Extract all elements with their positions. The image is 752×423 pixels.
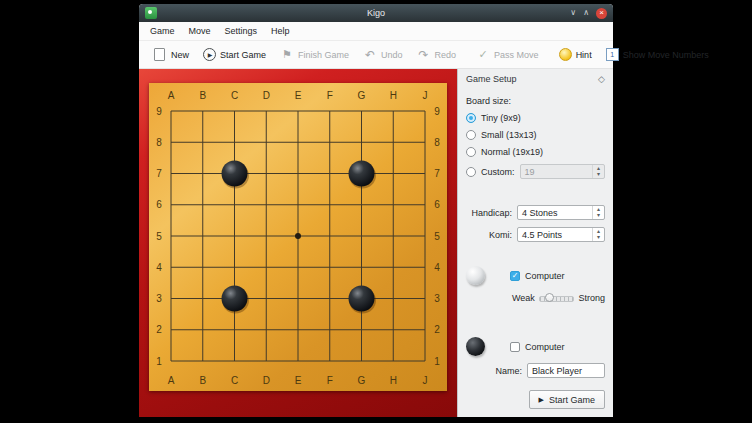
start-game-button[interactable]: ▶ Start Game	[529, 390, 605, 409]
komi-spinbox[interactable]: 4.5 Points ▴▾	[517, 227, 605, 242]
toolbar-label: Show Move Numbers	[623, 50, 709, 60]
toolbar-label: Undo	[381, 50, 403, 60]
row-label-left: 6	[156, 199, 162, 210]
board-size-option-small-13x13-[interactable]: Small (13x13)	[466, 130, 605, 140]
hoshi-point	[295, 233, 301, 239]
float-panel-icon[interactable]: ◇	[598, 74, 605, 84]
radio-icon[interactable]	[466, 167, 476, 177]
toolbar-hint[interactable]: Hint	[552, 43, 599, 66]
toolbar-label: Start Game	[220, 50, 266, 60]
toolbar: NewStart GameFinish GameUndoRedoPass Mov…	[139, 41, 613, 69]
row-label-left: 2	[156, 324, 162, 335]
column-label-bottom: H	[390, 375, 397, 386]
column-label-bottom: F	[327, 375, 333, 386]
black-name-input[interactable]	[527, 363, 605, 378]
black-player-row: Computer	[466, 337, 605, 356]
radio-label: Tiny (9x9)	[481, 113, 521, 123]
menu-help[interactable]: Help	[264, 24, 297, 38]
radio-icon[interactable]	[466, 113, 476, 123]
black-stone[interactable]	[349, 161, 375, 187]
main-content: AABBCCDDEEFFGGHHJJ998877665544332211 Gam…	[139, 69, 613, 417]
toolbar-undo: Undo	[356, 43, 410, 66]
column-label-top: C	[231, 90, 238, 101]
window-title: Kigo	[139, 8, 613, 18]
toolbar-new[interactable]: New	[145, 43, 196, 66]
black-stone[interactable]	[222, 286, 248, 312]
black-stone-icon	[466, 337, 485, 356]
toolbar-show-move-numbers[interactable]: Show Move Numbers	[599, 43, 716, 66]
flag-icon	[280, 48, 294, 62]
toolbar-label: Pass Move	[494, 50, 539, 60]
column-label-bottom: E	[295, 375, 302, 386]
toolbar-start-game[interactable]: Start Game	[196, 43, 273, 66]
row-label-right: 7	[434, 168, 440, 179]
radio-icon[interactable]	[466, 130, 476, 140]
black-computer-checkbox[interactable]	[510, 342, 520, 352]
board-size-options: Tiny (9x9)Small (13x13)Normal (19x19)Cus…	[466, 113, 605, 179]
spin-buttons[interactable]: ▴▾	[592, 206, 604, 219]
weak-label: Weak	[512, 293, 535, 303]
black-stone[interactable]	[349, 286, 375, 312]
game-setup-panel: Game Setup ◇ Board size: Tiny (9x9)Small…	[457, 69, 613, 417]
go-board-area: AABBCCDDEEFFGGHHJJ998877665544332211	[139, 69, 457, 417]
board-size-option-tiny-9x9-[interactable]: Tiny (9x9)	[466, 113, 605, 123]
radio-label: Custom:	[481, 167, 515, 177]
minimize-icon[interactable]: ∨	[570, 9, 576, 17]
redo-icon	[417, 48, 431, 62]
radio-label: Normal (19x19)	[481, 147, 543, 157]
spin-buttons: ▴▾	[592, 165, 604, 178]
menu-settings[interactable]: Settings	[218, 24, 265, 38]
column-label-top: A	[168, 90, 175, 101]
column-label-bottom: C	[231, 375, 238, 386]
start-game-label: Start Game	[549, 395, 595, 405]
menubar: GameMoveSettingsHelp	[139, 22, 613, 41]
toolbar-redo: Redo	[410, 43, 464, 66]
panel-title: Game Setup	[466, 74, 517, 84]
maximize-icon[interactable]: ∧	[583, 9, 589, 17]
white-computer-checkbox[interactable]: ✓	[510, 271, 520, 281]
strength-slider[interactable]	[539, 293, 575, 303]
board-size-option-custom-[interactable]: Custom:19▴▾	[466, 164, 605, 179]
column-label-top: D	[263, 90, 270, 101]
spin-down-icon: ▾	[597, 172, 600, 177]
play-icon	[203, 48, 216, 61]
black-computer-label: Computer	[525, 342, 565, 352]
row-label-right: 5	[434, 231, 440, 242]
menu-game[interactable]: Game	[143, 24, 182, 38]
radio-icon[interactable]	[466, 147, 476, 157]
slider-handle[interactable]	[545, 293, 554, 302]
close-icon[interactable]: ×	[596, 8, 607, 19]
handicap-spinbox[interactable]: 4 Stones ▴▾	[517, 205, 605, 220]
toolbar-label: Hint	[576, 50, 592, 60]
handicap-value: 4 Stones	[518, 208, 592, 218]
toolbar-label: Redo	[435, 50, 457, 60]
board-size-option-normal-19x19-[interactable]: Normal (19x19)	[466, 147, 605, 157]
board-size-label: Board size:	[466, 96, 605, 106]
white-stone-icon	[466, 266, 485, 285]
check-icon	[476, 48, 490, 62]
handicap-label: Handicap:	[466, 208, 512, 218]
window-controls: ∨ ∧ ×	[570, 8, 607, 19]
column-label-top: G	[358, 90, 366, 101]
undo-icon	[363, 48, 377, 62]
spin-down-icon[interactable]: ▾	[597, 213, 600, 218]
menu-move[interactable]: Move	[182, 24, 218, 38]
column-label-top: E	[295, 90, 302, 101]
row-label-left: 9	[156, 106, 162, 117]
row-label-right: 4	[434, 262, 440, 273]
titlebar[interactable]: Kigo ∨ ∧ ×	[139, 4, 613, 22]
custom-size-value: 19	[521, 167, 592, 177]
radio-label: Small (13x13)	[481, 130, 537, 140]
toolbar-label: Finish Game	[298, 50, 349, 60]
go-board[interactable]: AABBCCDDEEFFGGHHJJ998877665544332211	[149, 83, 447, 391]
row-label-left: 7	[156, 168, 162, 179]
board-svg[interactable]: AABBCCDDEEFFGGHHJJ998877665544332211	[149, 83, 447, 391]
black-stone[interactable]	[222, 161, 248, 187]
document-new-icon	[154, 48, 165, 61]
spin-buttons[interactable]: ▴▾	[592, 228, 604, 241]
custom-size-spinbox: 19▴▾	[520, 164, 605, 179]
komi-value: 4.5 Points	[518, 230, 592, 240]
toolbar-finish-game: Finish Game	[273, 43, 356, 66]
spin-down-icon[interactable]: ▾	[597, 235, 600, 240]
column-label-top: H	[390, 90, 397, 101]
